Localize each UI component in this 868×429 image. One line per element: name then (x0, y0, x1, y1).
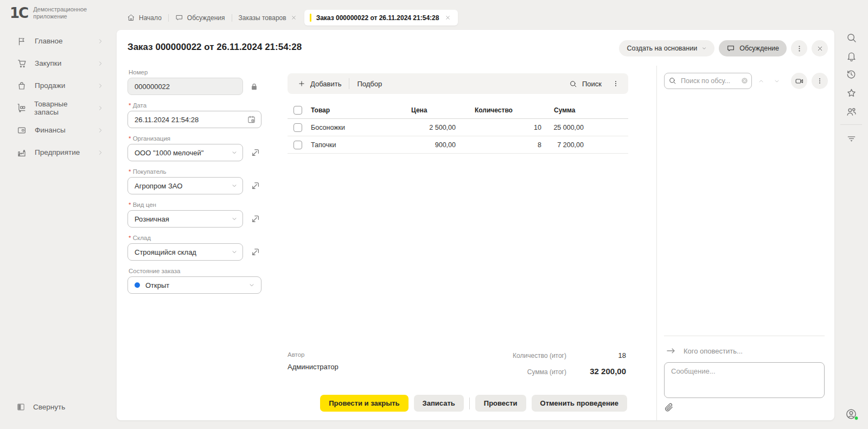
chevron-right-icon (97, 149, 104, 156)
order-status-select[interactable] (127, 276, 261, 294)
column-header-product[interactable]: Товар (309, 106, 411, 114)
users-button[interactable] (841, 102, 861, 121)
sidebar-item-sales[interactable]: Продажи (0, 74, 117, 97)
toolbar-divider (349, 78, 349, 89)
create-based-on-button[interactable]: Создать на основании (619, 40, 714, 56)
totals-block: Количество (итог) 18 Сумма (итог) 32 200… (513, 351, 626, 376)
rail-divider (840, 124, 862, 125)
discussion-kebab-button[interactable] (812, 73, 828, 89)
home-icon (127, 14, 135, 22)
table-kebab-button[interactable] (608, 75, 624, 92)
open-item-icon[interactable] (250, 181, 260, 191)
discussion-search (664, 73, 752, 89)
close-icon[interactable] (290, 14, 298, 22)
table-row[interactable]: Босоножки 2 500,00 10 25 000,00 (288, 119, 628, 136)
status-dot (135, 282, 140, 288)
active-tab-marker (310, 14, 311, 22)
app-name: Демонстрационное приложение (33, 6, 87, 20)
add-row-button[interactable]: Добавить (292, 73, 347, 94)
video-call-button[interactable] (791, 73, 807, 89)
field-label-price-type: Вид цен (129, 201, 279, 208)
table-header-row: Товар Цена Количество Сумма (288, 102, 628, 119)
chevron-right-icon (97, 60, 104, 67)
hand-truck-icon (16, 103, 27, 113)
discussion-toggle-button[interactable]: Обсуждение (719, 40, 787, 56)
price-type-select[interactable] (127, 210, 243, 228)
column-header-qty[interactable]: Количество (456, 106, 542, 114)
prev-result-button[interactable] (755, 74, 768, 87)
notifications-bell-button[interactable] (841, 47, 861, 65)
buyer-select[interactable] (127, 177, 243, 194)
post-button[interactable]: Провести (475, 395, 526, 412)
cell-price: 2 500,00 (411, 124, 456, 131)
tab-goods-orders[interactable]: Заказы товаров (232, 10, 304, 26)
number-field[interactable] (127, 78, 243, 95)
close-icon[interactable] (444, 14, 451, 22)
chevron-down-icon[interactable] (231, 182, 238, 189)
sidebar-item-inventory[interactable]: Товарные запасы (0, 97, 117, 119)
sidebar-item-main[interactable]: Главное (0, 30, 117, 52)
sidebar-item-finance[interactable]: Финансы (0, 119, 117, 141)
tab-label: Заказ 000000022 от 26.11.2024 21:54:28 (316, 14, 439, 22)
pick-items-button[interactable]: Подбор (351, 73, 388, 94)
warehouse-select[interactable] (127, 243, 243, 261)
chevron-down-icon[interactable] (231, 149, 238, 156)
chevron-down-icon[interactable] (231, 249, 238, 255)
select-all-checkbox[interactable] (293, 106, 302, 115)
post-and-close-button[interactable]: Провести и закрыть (320, 395, 408, 412)
save-button[interactable]: Записать (414, 395, 464, 412)
open-item-icon[interactable] (250, 148, 260, 158)
message-textarea[interactable] (664, 362, 825, 398)
table-search-button[interactable]: Поиск (563, 73, 608, 94)
history-button[interactable] (841, 65, 861, 84)
tab-discussions[interactable]: Обсуждения (169, 10, 232, 26)
sidebar-collapse-button[interactable]: Свернуть (16, 402, 65, 412)
organization-select[interactable] (127, 144, 243, 161)
notify-placeholder: Кого оповестить... (684, 347, 743, 355)
functions-menu-button[interactable] (841, 129, 861, 147)
field-label-number: Номер (129, 69, 279, 75)
cell-product: Босоножки (309, 124, 411, 131)
tab-label: Обсуждения (187, 14, 225, 22)
cell-qty: 10 (456, 124, 542, 131)
chevron-down-icon[interactable] (248, 282, 255, 288)
tab-bar: Начало Обсуждения Заказы товаров Заказ 0… (120, 10, 458, 26)
next-result-button[interactable] (770, 74, 783, 87)
cancel-posting-button[interactable]: Отменить проведение (532, 395, 627, 412)
support-button[interactable] (845, 408, 858, 420)
notify-field[interactable]: Кого оповестить... (664, 345, 825, 356)
sum-total-value: 32 200,00 (566, 367, 626, 376)
calendar-icon[interactable] (247, 115, 256, 124)
cell-qty: 8 (456, 141, 542, 149)
chat-icon (175, 14, 183, 22)
tab-label: Начало (139, 14, 162, 22)
clear-search-icon[interactable] (741, 77, 749, 85)
chat-icon (726, 44, 735, 53)
discussion-search-input[interactable] (664, 73, 752, 89)
tab-order-active[interactable]: Заказ 000000022 от 26.11.2024 21:54:28 (304, 10, 458, 26)
sidebar-item-purchases[interactable]: Закупки (0, 52, 117, 74)
arrow-right-icon (666, 345, 676, 356)
table-row[interactable]: Тапочки 900,00 8 7 200,00 (288, 136, 628, 154)
author-value: Администратор (288, 363, 339, 371)
chevron-right-icon (97, 127, 104, 134)
column-header-sum[interactable]: Сумма (542, 106, 628, 114)
row-checkbox[interactable] (293, 141, 302, 149)
open-item-icon[interactable] (250, 247, 260, 257)
global-search-button[interactable] (841, 28, 861, 47)
tab-home[interactable]: Начало (120, 10, 168, 26)
form-action-buttons: Провести и закрыть Записать Провести Отм… (288, 395, 627, 412)
chevron-down-icon[interactable] (231, 216, 238, 222)
sidebar-item-label: Товарные запасы (34, 100, 90, 116)
sidebar: Главное Закупки Продажи Товарные запасы (0, 30, 117, 429)
row-checkbox[interactable] (293, 123, 302, 132)
right-toolbar (834, 28, 868, 429)
open-item-icon[interactable] (250, 214, 260, 224)
attach-file-button[interactable] (664, 402, 674, 412)
sidebar-item-enterprise[interactable]: Предприятие (0, 141, 117, 163)
close-form-button[interactable] (812, 40, 828, 56)
favorites-star-button[interactable] (841, 84, 861, 102)
column-header-price[interactable]: Цена (411, 106, 456, 114)
date-field[interactable] (127, 111, 261, 128)
more-actions-kebab-button[interactable] (791, 40, 807, 56)
